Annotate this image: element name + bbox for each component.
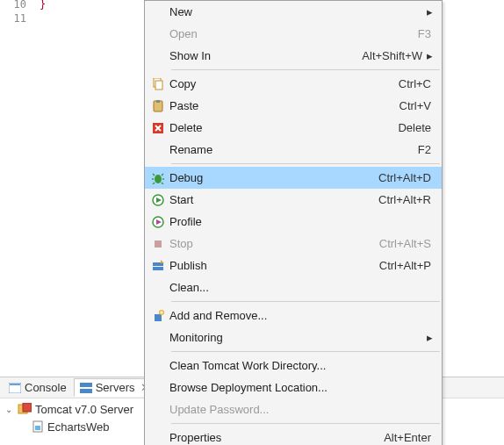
svg-rect-11 [156, 100, 160, 103]
servers-icon [80, 383, 92, 393]
add-remove-icon [147, 310, 169, 322]
menu-properties[interactable]: Properties Alt+Enter [145, 427, 442, 445]
debug-icon [147, 172, 169, 184]
publish-icon [147, 260, 169, 272]
stop-icon [147, 238, 169, 250]
line-number: 11 [14, 12, 26, 25]
collapse-icon[interactable]: ⌄ [4, 405, 14, 414]
tab-console[interactable]: Console [4, 379, 72, 396]
console-icon [9, 383, 21, 393]
svg-rect-19 [155, 314, 162, 321]
menu-publish[interactable]: Publish Ctrl+Alt+P [145, 255, 442, 276]
copy-icon [147, 78, 169, 90]
menu-add-remove[interactable]: Add and Remove... [145, 305, 442, 327]
menu-separator [171, 423, 440, 424]
server-icon [18, 403, 32, 415]
ide-window: 10 11 } Console Servers ✕ ⌄ [0, 0, 504, 445]
tab-label: Servers [96, 381, 135, 394]
svg-point-13 [155, 175, 162, 183]
line-number-gutter: 10 11 [0, 0, 37, 373]
menu-separator [171, 351, 440, 352]
paste-icon [147, 100, 169, 112]
menu-monitoring[interactable]: Monitoring ▸ [145, 327, 442, 348]
delete-icon [147, 122, 169, 134]
code-token: } [40, 0, 46, 11]
menu-copy[interactable]: Copy Ctrl+C [145, 73, 442, 95]
menu-clean[interactable]: Clean... [145, 276, 442, 298]
menu-separator [171, 301, 440, 302]
profile-icon [147, 216, 169, 228]
submenu-arrow-icon: ▸ [424, 331, 433, 344]
menu-browse-deployment[interactable]: Browse Deployment Location... [145, 377, 442, 398]
menu-debug[interactable]: Debug Ctrl+Alt+D [145, 167, 442, 189]
svg-rect-16 [155, 240, 162, 248]
menu-separator [171, 69, 440, 70]
svg-rect-1 [10, 384, 20, 385]
submenu-arrow-icon: ▸ [424, 49, 433, 62]
svg-rect-2 [80, 383, 92, 387]
menu-stop[interactable]: Stop Ctrl+Alt+S [145, 233, 442, 255]
menu-separator [171, 163, 440, 164]
menu-new[interactable]: New ▸ [145, 1, 442, 23]
code-editor[interactable]: 10 11 } [0, 0, 144, 373]
module-label: EchartsWeb [47, 420, 110, 434]
menu-rename[interactable]: Rename F2 [145, 139, 442, 161]
line-number: 10 [14, 0, 26, 11]
start-icon [147, 194, 169, 206]
context-menu: New ▸ Open F3 Show In Alt+Shift+W ▸ Copy… [144, 0, 443, 445]
svg-rect-3 [80, 389, 92, 393]
svg-rect-18 [153, 267, 163, 270]
menu-profile[interactable]: Profile [145, 211, 442, 233]
svg-rect-5 [23, 403, 32, 412]
submenu-arrow-icon: ▸ [424, 5, 433, 18]
server-label: Tomcat v7.0 Server [35, 403, 133, 416]
menu-show-in[interactable]: Show In Alt+Shift+W ▸ [145, 45, 442, 67]
menu-delete[interactable]: Delete Delete [145, 117, 442, 139]
menu-clean-tomcat[interactable]: Clean Tomcat Work Directory... [145, 355, 442, 377]
module-icon [32, 420, 44, 433]
menu-update-password[interactable]: Update Password... [145, 398, 442, 420]
menu-open[interactable]: Open F3 [145, 23, 442, 45]
menu-paste[interactable]: Paste Ctrl+V [145, 95, 442, 117]
svg-rect-7 [35, 426, 40, 430]
menu-start[interactable]: Start Ctrl+Alt+R [145, 189, 442, 211]
tab-label: Console [25, 381, 67, 394]
svg-rect-9 [155, 81, 162, 90]
